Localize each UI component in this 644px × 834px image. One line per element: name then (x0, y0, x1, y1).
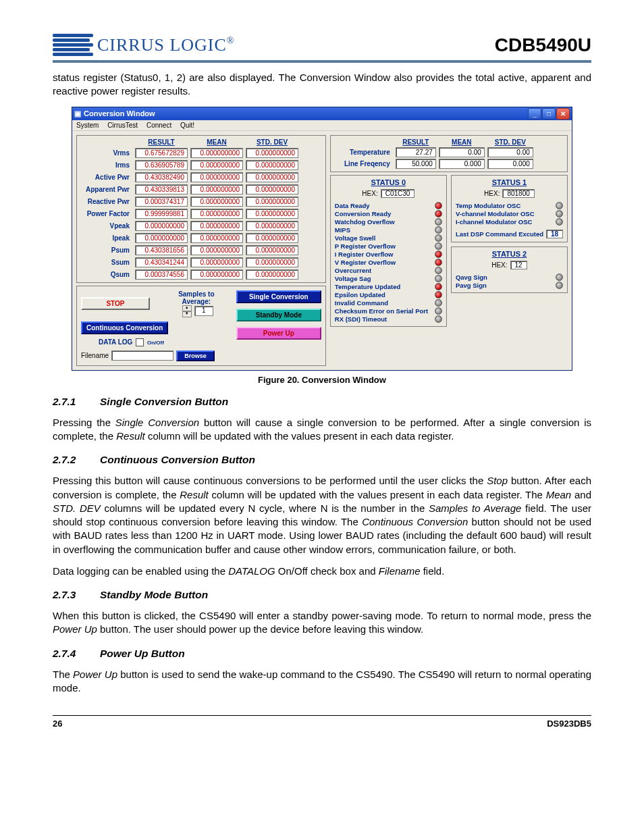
status-led-row: Data Ready (335, 202, 442, 209)
led-label: Checksum Error on Serial Port (335, 307, 428, 315)
led-icon (435, 210, 442, 217)
minimize-icon[interactable]: _ (528, 108, 541, 120)
led-icon (435, 234, 442, 242)
page-header: CIRRUS LOGIC® CDB5490U (53, 34, 591, 63)
row-std: 0.000000000 (246, 172, 298, 182)
samples-input[interactable]: 1 (194, 306, 213, 316)
data-row: Ssum0.4303412440.0000000000.000000000 (80, 257, 323, 267)
row-label: Ssum (80, 259, 132, 266)
document-code: CDB5490U (495, 34, 591, 56)
power-up-button[interactable]: Power Up (236, 327, 321, 340)
window-title: Conversion Window (84, 109, 155, 118)
sec-274-body: The Power Up button is used to send the … (53, 668, 591, 696)
row-std: 0.000000000 (246, 269, 298, 280)
led-icon (435, 259, 442, 266)
led-icon (435, 299, 442, 307)
menu-system[interactable]: System (76, 122, 99, 129)
continuous-conversion-button[interactable]: Continuous Conversion (81, 321, 168, 334)
led-label: Voltage Swell (335, 234, 376, 242)
led-icon (556, 273, 563, 281)
row-mean: 0.000000000 (190, 245, 243, 255)
led-icon (435, 291, 442, 298)
status-led-row: V-channel Modulator OSC (456, 210, 563, 217)
status-led-row: Checksum Error on Serial Port (335, 307, 442, 315)
status1-hex: 801800 (502, 189, 534, 198)
led-icon (556, 210, 563, 217)
status-led-row: I-channel Modulator OSC (456, 218, 563, 226)
intro-paragraph: status register (Status0, 1, 2) are also… (53, 71, 591, 99)
menu-quit[interactable]: Quit! (180, 122, 194, 129)
single-conversion-button[interactable]: Single Conversion (236, 290, 321, 303)
row-mean: 0.000000000 (190, 269, 243, 280)
figure-caption: Figure 20. Conversion Window (53, 375, 591, 385)
row-mean: 0.000000000 (190, 160, 243, 170)
stop-button[interactable]: STOP (81, 297, 150, 310)
close-icon[interactable]: ✕ (556, 108, 570, 120)
led-label: Pavg Sign (456, 282, 487, 289)
row-result: 0.999999881 (135, 209, 188, 219)
status1-title: STATUS 1 (456, 178, 563, 186)
led-label: P Register Overflow (335, 242, 396, 250)
row-std: 0.000000000 (246, 160, 298, 170)
menu-cirrustest[interactable]: CirrusTest (107, 122, 138, 129)
led-label: Temperature Updated (335, 283, 400, 290)
row-std: 0.000000000 (246, 148, 298, 158)
row-result: 0.000000000 (135, 221, 188, 231)
led-icon (435, 202, 442, 209)
logo-bars-icon (53, 34, 93, 56)
led-icon (435, 315, 442, 323)
brand-text: CIRRUS LOGIC® (97, 35, 235, 55)
status-led-row: Voltage Sag (335, 275, 442, 282)
led-label: Watchdog Overflow (335, 218, 395, 226)
data-row: Ipeak0.0000000000.0000000000.000000000 (80, 233, 323, 243)
datalog-checkbox[interactable] (136, 338, 144, 346)
filename-input[interactable] (111, 350, 173, 361)
row-label: Power Factor (80, 210, 132, 217)
led-label: Qavg Sign (456, 273, 487, 281)
led-icon (556, 282, 563, 289)
row-mean: 0.000000000 (190, 172, 243, 182)
status1-box: STATUS 1 HEX: 801800 Temp Modulator OSCV… (451, 175, 568, 242)
last-cmd-label: Last DSP Command Excuted (456, 230, 543, 238)
data-row: Apparent Pwr0.4303398130.0000000000.0000… (80, 184, 323, 194)
led-label: Invalid Command (335, 299, 388, 307)
filename-label: Filename (81, 352, 109, 359)
samples-label: Samples to Average: (163, 290, 232, 305)
page-number: 26 (53, 719, 62, 729)
row-mean: 0.000000000 (190, 221, 243, 231)
row-label: Vpeak (80, 222, 132, 230)
led-icon (435, 251, 442, 258)
row-mean: 0.000000000 (190, 148, 243, 158)
row-label: Psum (80, 246, 132, 254)
status1-hex-label: HEX: (484, 190, 500, 197)
led-icon (435, 275, 442, 282)
freq-std: 0.000 (487, 159, 533, 169)
sec-272-body2: Data logging can be enabled using the DA… (53, 565, 591, 578)
status0-box: STATUS 0 HEX: C01C30 Data ReadyConversio… (330, 175, 447, 327)
row-result: 0.636905789 (135, 160, 188, 170)
data-row: Vrms0.6756728290.0000000000.000000000 (80, 148, 323, 158)
data-row: Psum0.4303816560.0000000000.000000000 (80, 245, 323, 255)
samples-spinner[interactable]: ▲▼ (182, 305, 192, 317)
row-std: 0.000000000 (246, 245, 298, 255)
row-mean: 0.000000000 (190, 184, 243, 194)
standby-mode-button[interactable]: Standby Mode (236, 309, 321, 321)
row-label: Vrms (80, 149, 132, 157)
status-led-row: Overcurrent (335, 267, 442, 274)
status0-hex-label: HEX: (362, 190, 377, 197)
status-led-row: RX (SDI) Timeout (335, 315, 442, 323)
browse-button[interactable]: Browse (176, 350, 215, 361)
status2-title: STATUS 2 (456, 250, 563, 258)
status2-hex-label: HEX: (491, 261, 507, 269)
row-std: 0.000000000 (246, 257, 298, 267)
menu-connect[interactable]: Connect (146, 122, 171, 129)
r-col-mean: MEAN (439, 138, 485, 146)
sec-273-title: 2.7.3Standby Mode Button (53, 589, 591, 601)
led-icon (435, 226, 442, 234)
data-row: Active Pwr0.4303824900.0000000000.000000… (80, 172, 323, 182)
led-icon (435, 218, 442, 226)
status-led-row: Pavg Sign (456, 282, 563, 289)
maximize-icon[interactable]: □ (542, 108, 556, 120)
row-result: 0.000374317 (135, 197, 188, 207)
temp-label: Temperature (333, 149, 393, 156)
